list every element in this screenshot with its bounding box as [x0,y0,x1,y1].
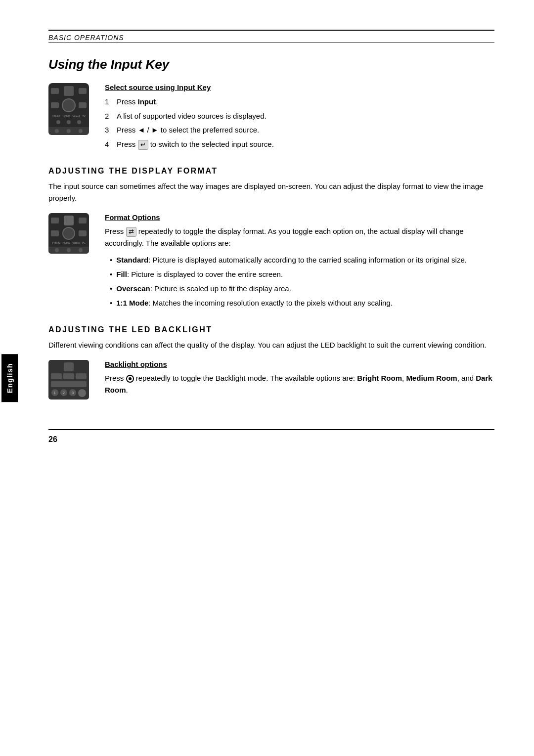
step-4: 4 Press ↵ to switch to the selected inpu… [105,139,494,150]
rc-btn-spacer [64,86,74,96]
bullet-overscan: Overscan: Picture is scaled up to fit th… [110,283,494,295]
rc-btn-plus [51,88,59,94]
led-backlight-intro: Different viewing conditions can affect … [48,339,494,351]
side-tab: English [0,0,19,756]
bullet-overscan-text: Overscan: Picture is scaled up to fit th… [116,283,291,295]
fmt-rc-bottom [48,247,89,254]
rc-btn-minus [51,102,59,108]
fmt-btn-1 [51,218,59,223]
fmt-label-hdmi2: HDMI2 [63,241,71,244]
rc-label-ypbpr1: YPbPr1 [52,115,60,118]
input-key-section: YPbPr1 HDMI1 Video1 TV [48,83,494,153]
display-format-heading: ADJUSTING THE DISPLAY FORMAT [48,167,494,176]
rc-center-ring [62,98,76,112]
rc-bottom-dot-2 [67,129,71,133]
format-options-desc: Press ⇄ repeatedly to toggle the display… [105,225,494,249]
fmt-btn-2 [79,218,87,223]
fmt-label-video2: Video2 [72,241,80,244]
format-options-title: Format Options [105,213,494,222]
bullet-fill-text: Fill: Picture is displayed to cover the … [116,268,283,280]
section-divider [48,43,494,43]
rc-dots [51,119,87,125]
bl-rc-row1 [51,373,87,379]
bullet-standard: Standard: Picture is displayed automatic… [110,254,494,266]
bullet-standard-text: Standard: Picture is displayed automatic… [116,254,467,266]
backlight-col: Backlight options Press repeatedly to to… [105,360,494,400]
format-key-symbol: ⇄ [126,227,136,237]
remote-image: YPbPr1 HDMI1 Video1 TV [48,83,93,153]
rc-label-video1: Video1 [73,115,80,118]
bullet-fill: Fill: Picture is displayed to cover the … [110,268,494,280]
instruction-title: Select source using Input Key [105,83,494,91]
rc-bottom-dot-1 [55,129,59,133]
fmt-ring [62,227,75,240]
rc-dot-1 [56,120,60,124]
bl-num-2: 2 [60,389,67,396]
step-2-num: 2 [105,111,113,122]
bl-rc-box: 1 2 3 [48,360,89,400]
fmt-label-ypbpr: YPbPr2 [52,241,60,244]
rc-btn-down [79,102,87,108]
rc-bottom-dot-3 [79,129,83,133]
display-format-intro: The input source can sometimes affect th… [48,180,494,204]
top-rule [48,30,494,31]
page-number: 26 [48,435,494,444]
step-1: 1 Press Input. [105,96,494,108]
format-section: YPbPr2 HDMI2 Video2 PC Format Opti [48,213,494,311]
rc-label-hdmi1: HDMI1 [63,115,71,118]
side-tab-label: English [1,354,18,402]
step-3-text: Press ◄ / ► to select the preferred sour… [117,125,259,136]
fmt-dot-1 [55,248,59,252]
bl-rc-wide-btn [51,381,87,387]
rc-labels: YPbPr1 HDMI1 Video1 TV [51,115,87,118]
fmt-labels: YPbPr2 HDMI2 Video2 PC [51,241,87,244]
bl-rc-b1 [51,373,62,379]
bl-num-1: 1 [51,389,58,396]
bl-rc-b2 [63,373,74,379]
step-1-num: 1 [105,96,113,108]
fmt-dot-2 [67,248,71,252]
bottom-section: 26 [48,429,494,444]
rc-dot-3 [77,120,81,124]
backlight-options-title: Backlight options [105,360,494,368]
rc-bottom-row [48,127,89,135]
step-2-text: A list of supported video sources is dis… [117,111,267,122]
bl-rc-b3 [76,373,87,379]
section-header: BASIC OPERATIONS [48,34,494,42]
bl-rc-nums: 1 2 3 [51,389,87,397]
enter-key-symbol: ↵ [138,140,148,150]
backlight-icon [126,375,134,383]
rc-btn-arrow [79,88,87,94]
main-content: BASIC OPERATIONS Using the Input Key [19,0,534,756]
backlight-remote-image: 1 2 3 [48,360,93,400]
format-remote-image: YPbPr2 HDMI2 Video2 PC [48,213,93,311]
page-title: Using the Input Key [48,57,494,72]
bullet-11mode: 1:1 Mode: Matches the incoming resolutio… [110,297,494,309]
fmt-dot-3 [79,248,83,252]
led-backlight-heading: ADJUSTING THE LED BACKLIGHT [48,325,494,334]
rc-label-tv: TV [82,115,85,118]
steps-list: 1 Press Input. 2 A list of supported vid… [105,96,494,150]
fmt-center-btn [64,216,74,225]
page-container: English BASIC OPERATIONS Using the Input… [0,0,534,756]
bl-rc-top-btn [64,362,74,371]
bl-num-3: 3 [69,389,76,396]
fmt-btn-4 [79,230,87,236]
instruction-col: Select source using Input Key 1 Press In… [105,83,494,153]
format-col: Format Options Press ⇄ repeatedly to tog… [105,213,494,311]
bl-large-btn [78,389,86,397]
step-4-num: 4 [105,139,113,150]
step-3: 3 Press ◄ / ► to select the preferred so… [105,125,494,136]
step-4-text: Press ↵ to switch to the selected input … [117,139,274,150]
fmt-btn-3 [51,230,59,236]
fmt-label-pc: PC [82,241,86,244]
backlight-section: 1 2 3 Backlight options Press repeatedly… [48,360,494,400]
step-2: 2 A list of supported video sources is d… [105,111,494,122]
step-1-text: Press Input. [117,96,158,108]
bottom-rule [48,429,494,430]
bullet-11mode-text: 1:1 Mode: Matches the incoming resolutio… [116,297,393,309]
step-3-num: 3 [105,125,113,136]
format-bullets: Standard: Picture is displayed automatic… [110,254,494,309]
rc-dot-2 [67,120,71,124]
backlight-options-desc: Press repeatedly to toggle the Backlight… [105,372,494,396]
